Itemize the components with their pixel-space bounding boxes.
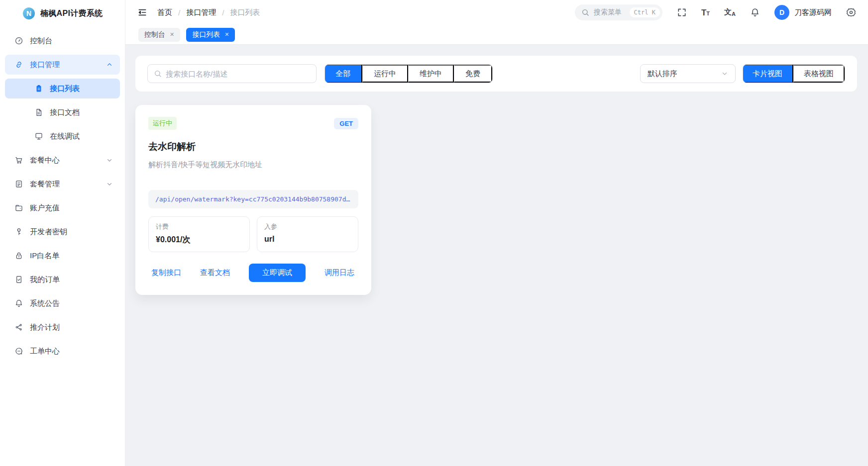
chevron-down-icon: [106, 157, 113, 164]
search-icon: [154, 70, 162, 78]
breadcrumb-home[interactable]: 首页: [157, 8, 172, 17]
breadcrumb-api-management[interactable]: 接口管理: [186, 8, 216, 17]
sidebar-item-api-list[interactable]: 接口列表: [5, 79, 120, 98]
status-filter-group: 全部 运行中 维护中 免费: [325, 64, 493, 83]
filter-maintenance-button[interactable]: 维护中: [408, 65, 454, 83]
api-link-icon: [14, 60, 23, 69]
lock-icon: [14, 251, 23, 260]
http-method-badge: GET: [334, 118, 358, 129]
sidebar-item-ip-whitelist[interactable]: IP白名单: [5, 246, 120, 266]
sidebar-item-developer-keys[interactable]: 开发者密钥: [5, 222, 120, 242]
sidebar-item-label: 账户充值: [30, 203, 60, 213]
cart-icon: [14, 156, 23, 165]
sidebar-item-api-management[interactable]: 接口管理: [5, 55, 120, 75]
menu-fold-icon[interactable]: [137, 7, 147, 17]
sidebar-item-label: 开发者密钥: [30, 227, 67, 237]
sort-dropdown[interactable]: 默认排序: [640, 64, 736, 83]
close-icon[interactable]: [170, 31, 174, 38]
api-endpoint-url[interactable]: /api/open/watermark?key=cc775c0203144b9b…: [148, 190, 358, 208]
sidebar-item-package-center[interactable]: 套餐中心: [5, 150, 120, 170]
fullscreen-icon[interactable]: [677, 7, 687, 17]
sidebar-item-dashboard[interactable]: 控制台: [5, 31, 120, 51]
tab-label: 接口列表: [192, 30, 220, 39]
sidebar-item-label: 套餐管理: [30, 180, 60, 189]
api-search-field[interactable]: [147, 64, 317, 83]
breadcrumb-current: 接口列表: [230, 8, 260, 17]
order-check-icon: [14, 275, 23, 284]
filter-toolbar: 全部 运行中 维护中 免费 默认排序 卡片视图 表格视图: [135, 56, 857, 92]
dashboard-icon: [14, 36, 23, 45]
breadcrumb: 首页 / 接口管理 / 接口列表: [157, 8, 260, 17]
sidebar-item-label: 接口管理: [30, 60, 60, 70]
copy-api-button[interactable]: 复制接口: [151, 268, 181, 278]
sidebar-item-label: 套餐中心: [30, 156, 60, 165]
api-title: 去水印解析: [148, 140, 358, 153]
logo-icon: N: [23, 7, 35, 19]
chevron-down-icon: [106, 181, 113, 187]
status-badge: 运行中: [148, 117, 177, 130]
wallet-icon: [14, 203, 23, 212]
sidebar-item-label: 我的订单: [30, 275, 60, 284]
list-document-icon: [14, 180, 23, 188]
top-header: 首页 / 接口管理 / 接口列表 搜索菜单 Ctrl K D 刀客源码网: [125, 0, 868, 25]
user-avatar: D: [774, 5, 789, 20]
pricing-info-box: 计费 ¥0.001/次: [148, 216, 250, 252]
tab-label: 控制台: [144, 30, 165, 39]
sidebar-item-referral-program[interactable]: 推介计划: [5, 317, 120, 337]
sidebar-item-online-debug[interactable]: 在线调试: [5, 126, 120, 146]
filter-free-button[interactable]: 免费: [454, 65, 492, 83]
chevron-up-icon: [106, 61, 113, 68]
notification-bell-icon[interactable]: [750, 7, 760, 17]
sidebar-item-label: IP白名单: [30, 251, 59, 261]
toolbar-right-group: 默认排序 卡片视图 表格视图: [640, 64, 845, 83]
search-icon: [581, 8, 589, 16]
tab-dashboard[interactable]: 控制台: [138, 28, 180, 42]
sidebar-item-label: 接口列表: [50, 84, 80, 93]
sidebar-item-label: 在线调试: [50, 132, 80, 141]
sidebar-item-system-announcements[interactable]: 系统公告: [5, 293, 120, 313]
content-area: 全部 运行中 维护中 免费 默认排序 卡片视图 表格视图 运行中 GET: [125, 45, 868, 466]
view-toggle-group: 卡片视图 表格视图: [743, 64, 845, 83]
breadcrumb-separator: /: [222, 8, 224, 17]
sort-selected-value: 默认排序: [648, 69, 677, 79]
close-icon[interactable]: [224, 31, 229, 38]
view-docs-button[interactable]: 查看文档: [200, 268, 230, 278]
menu-search-label: 搜索菜单: [594, 8, 625, 17]
menu-search-button[interactable]: 搜索菜单 Ctrl K: [575, 4, 662, 20]
app-title: 楠枫API计费系统: [40, 8, 103, 19]
api-card: 运行中 GET 去水印解析 解析抖音/快手等短视频无水印地址 /api/open…: [135, 105, 371, 295]
pricing-label: 计费: [156, 222, 242, 231]
clipboard-icon: [34, 84, 43, 93]
table-view-button[interactable]: 表格视图: [793, 65, 845, 83]
sidebar-item-my-orders[interactable]: 我的订单: [5, 270, 120, 289]
sidebar-item-package-management[interactable]: 套餐管理: [5, 174, 120, 194]
bell-icon: [14, 299, 23, 308]
header-actions: 搜索菜单 Ctrl K D 刀客源码网: [575, 4, 856, 20]
api-search-input[interactable]: [166, 70, 310, 78]
sidebar-item-account-recharge[interactable]: 账户充值: [5, 198, 120, 218]
sidebar-item-api-docs[interactable]: 接口文档: [5, 102, 120, 122]
breadcrumb-separator: /: [178, 8, 180, 17]
debug-now-button[interactable]: 立即调试: [249, 264, 306, 282]
params-value: url: [264, 235, 351, 244]
chevron-down-icon: [721, 70, 728, 77]
settings-gear-icon[interactable]: [846, 7, 856, 17]
api-card-header: 运行中 GET: [148, 117, 358, 130]
sidebar: N 楠枫API计费系统 控制台 接口管理 接口列表 接口文档 在线调试 套餐中心: [0, 0, 125, 466]
call-logs-button[interactable]: 调用日志: [325, 268, 354, 278]
share-icon: [14, 323, 23, 332]
tab-api-list[interactable]: 接口列表: [186, 28, 235, 42]
user-menu[interactable]: D 刀客源码网: [774, 5, 832, 20]
filter-all-button[interactable]: 全部: [325, 64, 362, 83]
card-view-button[interactable]: 卡片视图: [743, 64, 793, 83]
open-tabs-bar: 控制台 接口列表: [125, 25, 868, 45]
sidebar-item-ticket-center[interactable]: 工单中心: [5, 341, 120, 361]
sidebar-item-label: 推介计划: [30, 323, 60, 332]
translate-icon[interactable]: [724, 8, 736, 17]
params-info-box: 入参 url: [257, 216, 358, 252]
filter-running-button[interactable]: 运行中: [362, 65, 408, 83]
sidebar-item-label: 控制台: [30, 36, 52, 46]
document-icon: [34, 108, 43, 117]
font-size-icon[interactable]: [701, 8, 710, 17]
sidebar-item-label: 工单中心: [30, 347, 60, 356]
